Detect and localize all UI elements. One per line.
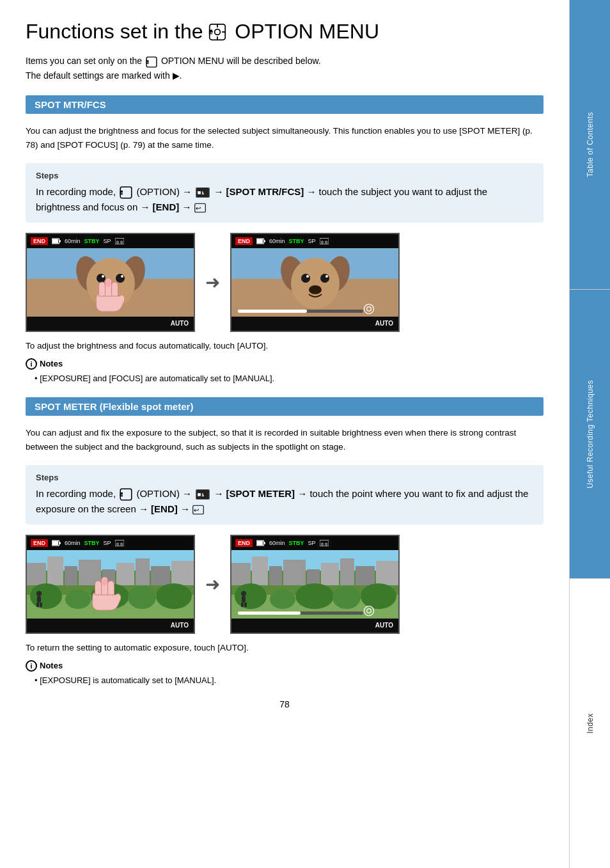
svg-point-75 <box>65 590 91 609</box>
section2-screen1-end: END <box>31 539 48 547</box>
svg-point-112 <box>367 608 371 613</box>
svg-rect-21 <box>115 238 124 244</box>
section1-screen2-topbar: END 60min STBY SP <box>231 234 398 248</box>
section1-steps-text: In recording mode, ≡ (OPTION) → ■₁ → [SP… <box>36 184 533 215</box>
cassette-icon4 <box>320 540 329 546</box>
svg-rect-84 <box>37 596 41 603</box>
section1-screen2: END 60min STBY SP SPOT MTR/FCS <box>230 233 400 332</box>
battery-icon4 <box>256 540 265 546</box>
svg-point-107 <box>241 591 246 596</box>
section2-screen1-bottom: AUTO <box>27 619 194 633</box>
section1-images-row: END 60min STBY SP SPOT MTR/FCS <box>26 233 544 332</box>
dog-face-svg2 <box>280 251 350 312</box>
svg-point-78 <box>156 583 192 609</box>
svg-point-29 <box>102 275 104 278</box>
svg-point-83 <box>36 591 42 596</box>
section1-header: SPOT MTR/FCS <box>26 95 544 114</box>
return-icon2: ↩ <box>192 505 204 515</box>
svg-text:≡: ≡ <box>147 60 149 64</box>
notes-icon1: i <box>26 358 37 370</box>
svg-point-64 <box>120 543 122 545</box>
svg-point-77 <box>128 586 156 609</box>
cassette-icon2 <box>320 238 329 244</box>
svg-rect-89 <box>264 542 265 544</box>
battery-icon3 <box>52 540 61 546</box>
svg-point-23 <box>120 241 122 243</box>
svg-point-22 <box>116 241 118 243</box>
option-icon-inline2: ≡ <box>120 488 132 501</box>
svg-rect-98 <box>321 563 339 585</box>
section2-notes-title: i Notes <box>26 660 544 672</box>
svg-point-41 <box>325 241 327 243</box>
menu1-icon: ■₁ <box>196 187 210 198</box>
option-icon-inline: ≡ <box>120 186 132 199</box>
svg-point-91 <box>321 543 323 545</box>
svg-rect-90 <box>320 540 329 546</box>
svg-rect-101 <box>376 561 398 585</box>
person-silhouette <box>35 591 44 607</box>
hand-cursor-park <box>93 577 121 612</box>
section2-steps-text: In recording mode, ≡ (OPTION) → ■₁ → [SP… <box>36 486 533 517</box>
sidebar-index-label: Index <box>586 713 595 734</box>
hand-cursor-svg <box>96 278 125 313</box>
svg-point-82 <box>102 578 107 586</box>
section2-steps-box: Steps In recording mode, ≡ (OPTION) → ■₁… <box>26 465 544 525</box>
svg-rect-110 <box>244 603 247 607</box>
svg-rect-20 <box>59 240 61 242</box>
section2-screen2: END 60min STBY SP SPOT METER <box>230 535 400 634</box>
page-title: Functions set in the ≡ OPTION MENU <box>26 19 544 43</box>
svg-rect-86 <box>40 603 42 607</box>
svg-point-63 <box>116 543 118 545</box>
battery-icon2 <box>256 238 265 244</box>
cassette-icon3 <box>115 540 124 546</box>
svg-point-51 <box>367 306 371 311</box>
sidebar-urt-label: Useful Recording Techniques <box>586 380 595 488</box>
svg-text:■₁: ■₁ <box>198 491 204 498</box>
svg-rect-73 <box>171 561 194 585</box>
section1-steps-label: Steps <box>36 171 533 180</box>
arrow-between-screens: ➜ <box>205 272 220 293</box>
svg-rect-66 <box>47 556 63 585</box>
section2-screen1: END 60min STBY SP SPOT METER <box>26 535 195 634</box>
sidebar-toc[interactable]: Table of Contents <box>570 0 610 290</box>
svg-rect-67 <box>65 566 77 585</box>
svg-point-45 <box>301 274 310 283</box>
section1-notes-title: i Notes <box>26 358 544 370</box>
svg-text:↩: ↩ <box>196 204 201 211</box>
svg-text:≡: ≡ <box>121 493 123 496</box>
svg-point-1 <box>215 29 221 35</box>
svg-point-30 <box>121 275 123 278</box>
svg-rect-39 <box>320 238 329 244</box>
section1-screen2-bottom: AUTO <box>231 317 398 331</box>
section2-screen1-topbar: END 60min STBY SP <box>27 536 194 550</box>
svg-rect-100 <box>356 566 375 585</box>
svg-rect-94 <box>252 556 268 585</box>
page-subtitle: Items you can set only on the ≡ OPTION M… <box>26 54 544 83</box>
section2-body: You can adjust and fix the exposure to t… <box>26 426 544 455</box>
svg-rect-60 <box>52 541 58 545</box>
section1-screen1-topbar: END 60min STBY SP <box>27 234 194 248</box>
park-buildings-svg2 <box>231 553 398 585</box>
main-content: Functions set in the ≡ OPTION MENU Items… <box>0 0 569 868</box>
svg-point-105 <box>332 586 361 609</box>
page-number: 78 <box>26 699 544 709</box>
section1-body: You can adjust the brightness and focus … <box>26 124 544 153</box>
svg-text:↩: ↩ <box>194 507 199 514</box>
sidebar-urt[interactable]: Useful Recording Techniques <box>570 290 610 580</box>
svg-point-92 <box>325 543 327 545</box>
arrow-between-screens2: ➜ <box>205 574 220 595</box>
section2-to-adjust: To return the setting to automatic expos… <box>26 643 544 652</box>
svg-rect-108 <box>242 596 246 603</box>
sidebar-index[interactable]: Index <box>570 579 610 868</box>
section2-notes-item: [EXPOSURE] is automatically set to [MANU… <box>26 674 544 687</box>
svg-point-46 <box>320 274 329 283</box>
svg-text:≡: ≡ <box>210 30 213 35</box>
svg-rect-38 <box>264 240 265 242</box>
person-silhouette2 <box>239 591 249 607</box>
svg-point-49 <box>309 285 322 294</box>
svg-rect-95 <box>269 566 282 585</box>
svg-point-35 <box>106 280 111 287</box>
svg-rect-62 <box>115 540 124 546</box>
notes-icon2: i <box>26 660 37 672</box>
section1-screen1-end: END <box>31 237 48 245</box>
